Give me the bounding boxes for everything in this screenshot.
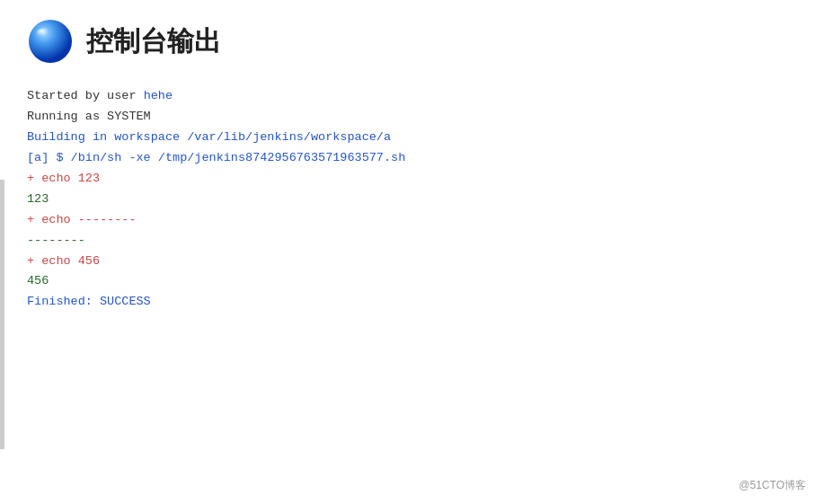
watermark: @51CTO博客 bbox=[739, 478, 806, 493]
svg-point-0 bbox=[29, 20, 72, 63]
console-output: Started by user hehe Running as SYSTEM B… bbox=[27, 86, 797, 313]
console-line-echo123-out: 123 bbox=[27, 190, 797, 210]
page-container: 控制台输出 Started by user hehe Running as SY… bbox=[0, 0, 824, 504]
console-line-dashes-cmd: + echo -------- bbox=[27, 210, 797, 231]
page-title: 控制台输出 bbox=[86, 23, 221, 60]
console-line-echo123-cmd: + echo 123 bbox=[27, 169, 797, 190]
started-by-text: Started by user bbox=[27, 89, 144, 102]
blue-sphere-icon bbox=[27, 18, 74, 65]
page-header: 控制台输出 bbox=[27, 18, 797, 65]
console-line-dashes-out: -------- bbox=[27, 231, 797, 252]
svg-point-1 bbox=[36, 28, 54, 40]
console-line-started-by: Started by user hehe bbox=[27, 86, 797, 107]
console-line-sh-cmd: [a] $ /bin/sh -xe /tmp/jenkins8742956763… bbox=[27, 148, 797, 169]
console-line-echo456-out: 456 bbox=[27, 271, 797, 292]
console-line-running-as: Running as SYSTEM bbox=[27, 107, 797, 128]
console-line-finished: Finished: SUCCESS bbox=[27, 292, 797, 313]
console-line-echo456-cmd: + echo 456 bbox=[27, 252, 797, 272]
sidebar-scrollbar[interactable] bbox=[0, 180, 4, 449]
console-line-building: Building in workspace /var/lib/jenkins/w… bbox=[27, 128, 797, 148]
user-link[interactable]: hehe bbox=[144, 89, 173, 102]
